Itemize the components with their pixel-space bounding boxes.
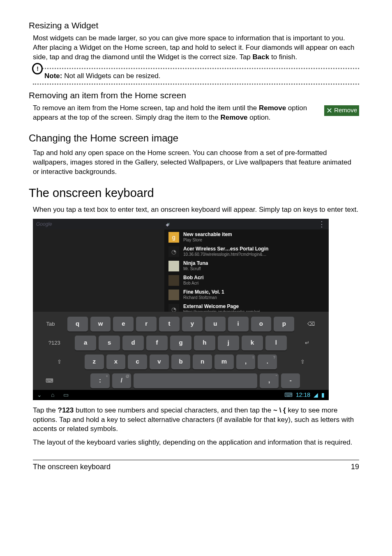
key-colon[interactable]: +: [90, 373, 109, 388]
suggestion-title: External Welcome Page [183, 304, 264, 310]
remove-label: Remove [334, 106, 357, 114]
key-shift-right[interactable]: ⇧ [279, 354, 325, 369]
key-,[interactable]: ,! [236, 354, 256, 369]
search-bar[interactable]: Google × ⬥ ⋮ [33, 219, 329, 229]
suggestion-icon [168, 275, 179, 286]
menu-icon[interactable]: ⋮ [318, 220, 325, 228]
key-space[interactable] [134, 373, 257, 388]
key-z[interactable]: z [85, 354, 104, 369]
wifi-icon: ◢ [314, 391, 318, 399]
key-x[interactable]: x [106, 354, 126, 369]
key-backspace[interactable]: ⌫ [297, 317, 325, 331]
key-k[interactable]: k [242, 336, 263, 350]
key-h[interactable]: h [194, 336, 215, 350]
key-i[interactable]: i [228, 317, 249, 331]
key-v[interactable]: v [150, 354, 169, 369]
key-enter[interactable]: ↵ [289, 336, 325, 350]
suggestion-subtitle: Richard Stoltzman [183, 295, 224, 300]
key-p[interactable]: p [274, 317, 294, 331]
key-symbols[interactable]: ?123 [36, 336, 72, 350]
page-footer: The onscreen keyboard 19 [33, 460, 359, 472]
key-e[interactable]: e [113, 317, 134, 331]
key-b[interactable]: b [171, 354, 191, 369]
mic-icon[interactable]: ⬥ [165, 220, 170, 228]
key-.[interactable]: .? [258, 354, 277, 369]
key-j[interactable]: j [218, 336, 239, 350]
remove-button[interactable]: ✕ Remove [324, 105, 359, 116]
search-hint: Google [36, 221, 52, 227]
key-tab[interactable]: Tab [36, 317, 65, 331]
suggestions-empty [33, 229, 164, 312]
suggestion-item[interactable]: Bob AcriBob Acri [164, 273, 329, 288]
key-f[interactable]: f [146, 336, 168, 350]
key-l[interactable]: l [265, 336, 287, 350]
suggestion-icon [168, 261, 179, 271]
nav-recents-icon[interactable]: ▭ [63, 391, 69, 399]
suggestion-subtitle: Play Store [183, 238, 232, 243]
screenshot-keyboard: Google × ⬥ ⋮ gNew searchable itemPlay St… [33, 219, 329, 400]
key-y[interactable]: y [182, 317, 203, 331]
suggestion-item[interactable]: Ninja TunaMr. Scruff [164, 259, 329, 273]
key-w[interactable]: w [90, 317, 111, 331]
warning-icon: ! [32, 63, 43, 74]
suggestion-item[interactable]: gNew searchable itemPlay Store [164, 230, 329, 245]
paragraph: The layout of the keyboard varies slight… [33, 438, 359, 447]
suggestion-title: New searchable item [183, 232, 232, 238]
suggestion-item[interactable]: ◔External Welcome Pagehttps://securelogi… [164, 302, 329, 312]
key-shift-left[interactable]: ⇧ [36, 354, 82, 369]
paragraph: To remove an item from the Home screen, … [33, 104, 318, 123]
suggestion-icon: ◔ [168, 246, 179, 257]
page-number: 19 [351, 462, 359, 472]
heading-changing: Changing the Home screen image [29, 132, 359, 145]
ime-icon[interactable]: ⌨ [284, 391, 293, 399]
key-u[interactable]: u [205, 317, 226, 331]
nav-home-icon[interactable]: ⌂ [51, 391, 54, 399]
suggestion-title: Ninja Tuna [183, 261, 208, 266]
key-t[interactable]: t [159, 317, 180, 331]
nav-collapse-icon[interactable]: ⌄ [37, 391, 42, 399]
suggestion-subtitle: Bob Acri [183, 281, 204, 286]
key-d[interactable]: d [122, 336, 144, 350]
suggestion-icon [168, 290, 179, 300]
paragraph: Tap and hold any open space on the Home … [33, 148, 359, 177]
key-dash[interactable]: - [281, 373, 300, 388]
suggestion-item[interactable]: Fine Music, Vol. 1Richard Stoltzman [164, 288, 329, 302]
key-q[interactable]: q [67, 317, 88, 331]
suggestion-title: Bob Acri [183, 275, 204, 281]
key-keyboard-switch[interactable]: ⌨ [36, 373, 63, 388]
suggestion-subtitle: Mr. Scruff [183, 266, 208, 271]
heading-resizing: Resizing a Widget [29, 20, 359, 31]
paragraph: Tap the ?123 button to see numbers and s… [33, 406, 359, 434]
suggestion-title: Fine Music, Vol. 1 [183, 290, 224, 295]
suggestion-subtitle: https://securelogin.arubanetworks.com/cg… [183, 310, 264, 311]
suggestion-title: Acer Wireless Ser…ess Portal Login [183, 246, 268, 252]
note-block: ! Note: Not all Widgets can be resized. [33, 68, 359, 85]
suggestion-item[interactable]: ◔Acer Wireless Ser…ess Portal Login10.36… [164, 245, 329, 259]
suggestion-subtitle: 10.36.60.70/wirelesslogin.html?cmd=login… [183, 252, 268, 257]
battery-icon: ▮ [321, 391, 325, 399]
heading-keyboard: The onscreen keyboard [29, 185, 359, 201]
key-r[interactable]: r [136, 317, 157, 331]
suggestions-list: gNew searchable itemPlay Store◔Acer Wire… [164, 229, 329, 312]
key-m[interactable]: m [214, 354, 234, 369]
system-navbar: ⌄ ⌂ ▭ ⌨ 12:18 ◢ ▮ [33, 390, 329, 400]
key-s[interactable]: s [99, 336, 120, 350]
key-g[interactable]: g [170, 336, 191, 350]
footer-title: The onscreen keyboard [33, 462, 111, 472]
paragraph: When you tap a text box to enter text, a… [33, 205, 359, 215]
status-time: 12:18 [296, 391, 310, 399]
keyboard: Tab qwertyuiop ⌫ ?123 asdfghjkl ↵ ⇧ zxcv… [33, 312, 329, 390]
close-icon: ✕ [326, 107, 332, 114]
suggestion-icon: g [168, 232, 179, 243]
key-c[interactable]: c [128, 354, 147, 369]
paragraph: Most widgets can be made larger, so you … [33, 34, 359, 62]
heading-removing: Removing an item from the Home screen [29, 90, 359, 101]
key-slash[interactable]: @/ [112, 373, 131, 388]
key-o[interactable]: o [251, 317, 272, 331]
key-a[interactable]: a [75, 336, 96, 350]
key-comma[interactable]: ", [260, 373, 279, 388]
suggestion-icon: ◔ [168, 304, 179, 312]
key-n[interactable]: n [193, 354, 212, 369]
